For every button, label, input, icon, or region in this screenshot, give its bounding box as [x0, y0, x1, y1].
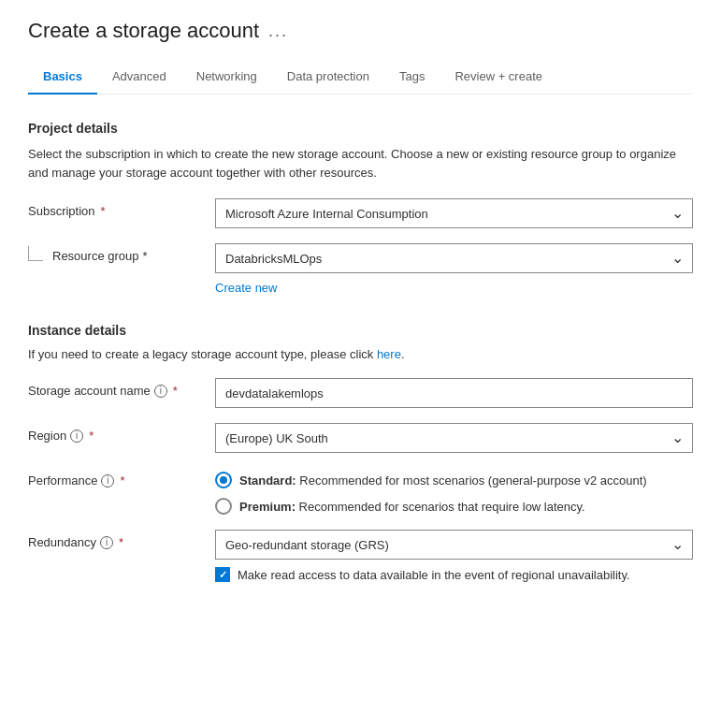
project-details-title: Project details — [28, 121, 693, 136]
storage-account-name-input-wrapper[interactable]: devdatalakemlops — [215, 378, 693, 408]
project-details-section: Project details Select the subscription … — [28, 121, 693, 295]
subscription-field-row: Subscription * Microsoft Azure Internal … — [28, 198, 693, 228]
project-details-description: Select the subscription in which to crea… — [28, 145, 693, 182]
performance-standard-label: Standard: Recommended for most scenarios… — [239, 473, 647, 488]
create-new-link[interactable]: Create new — [215, 281, 277, 295]
performance-field-row: Performance i * Standard: Recommended fo… — [28, 468, 693, 515]
resource-group-required: * — [143, 249, 148, 263]
region-label: Region i * — [28, 423, 215, 443]
legacy-text: If you need to create a legacy storage a… — [28, 347, 693, 361]
region-input[interactable]: (Europe) UK South — [215, 423, 693, 453]
subscription-label: Subscription * — [28, 198, 215, 218]
legacy-link[interactable]: here — [377, 347, 401, 361]
redundancy-input: Geo-redundant storage (GRS) Make read ac… — [215, 530, 693, 582]
performance-standard-option[interactable]: Standard: Recommended for most scenarios… — [215, 472, 693, 488]
resource-group-input[interactable]: DatabricksMLOps — [215, 243, 693, 273]
resource-group-field-row: Resource group * DatabricksMLOps — [28, 243, 693, 273]
instance-details-title: Instance details — [28, 323, 693, 338]
subscription-select-wrapper[interactable]: Microsoft Azure Internal Consumption — [215, 198, 693, 228]
redundancy-info-icon[interactable]: i — [100, 536, 113, 549]
instance-details-section: Instance details If you need to create a… — [28, 323, 693, 582]
tab-basics[interactable]: Basics — [28, 60, 97, 95]
resource-group-label: Resource group * — [28, 243, 215, 263]
performance-radio-group: Standard: Recommended for most scenarios… — [215, 468, 693, 515]
performance-premium-radio[interactable] — [215, 498, 232, 515]
read-access-label: Make read access to data available in th… — [238, 568, 630, 582]
redundancy-required: * — [119, 535, 123, 549]
storage-account-name-field-row: Storage account name i * devdatalakemlop… — [28, 378, 693, 408]
storage-account-required: * — [173, 384, 178, 398]
storage-account-name-input[interactable]: devdatalakemlops — [215, 378, 693, 408]
performance-premium-option[interactable]: Premium: Recommended for scenarios that … — [215, 498, 693, 515]
page-title: Create a storage account ... — [28, 19, 693, 43]
resource-group-select-wrapper[interactable]: DatabricksMLOps — [215, 243, 693, 273]
indent-line — [28, 246, 43, 261]
performance-info-icon[interactable]: i — [101, 474, 114, 488]
storage-account-name-label: Storage account name i * — [28, 378, 215, 398]
redundancy-select-wrapper[interactable]: Geo-redundant storage (GRS) — [215, 530, 693, 560]
region-select-wrapper[interactable]: (Europe) UK South — [215, 423, 693, 453]
tab-data-protection[interactable]: Data protection — [272, 60, 384, 95]
tab-advanced[interactable]: Advanced — [97, 60, 181, 95]
page-title-ellipsis: ... — [268, 22, 288, 41]
redundancy-select[interactable]: Geo-redundant storage (GRS) — [215, 530, 693, 560]
performance-label: Performance i * — [28, 468, 215, 488]
tab-networking[interactable]: Networking — [181, 60, 272, 95]
subscription-required: * — [101, 204, 106, 218]
page-title-text: Create a storage account — [28, 19, 259, 43]
storage-account-info-icon[interactable]: i — [154, 385, 167, 398]
read-access-checkbox[interactable] — [215, 567, 230, 582]
tab-tags[interactable]: Tags — [384, 60, 440, 95]
resource-group-select[interactable]: DatabricksMLOps — [215, 243, 693, 273]
region-info-icon[interactable]: i — [70, 430, 83, 443]
redundancy-label: Redundancy i * — [28, 530, 215, 549]
redundancy-checkbox-row: Make read access to data available in th… — [215, 567, 693, 582]
performance-options: Standard: Recommended for most scenarios… — [215, 468, 693, 515]
redundancy-field-row: Redundancy i * Geo-redundant storage (GR… — [28, 530, 693, 582]
performance-standard-radio[interactable] — [215, 472, 232, 488]
region-select[interactable]: (Europe) UK South — [215, 423, 693, 453]
performance-premium-label: Premium: Recommended for scenarios that … — [239, 500, 585, 514]
region-required: * — [89, 429, 94, 443]
region-field-row: Region i * (Europe) UK South — [28, 423, 693, 453]
performance-required: * — [120, 473, 124, 488]
subscription-select[interactable]: Microsoft Azure Internal Consumption — [215, 198, 693, 228]
tab-review-create[interactable]: Review + create — [440, 60, 557, 95]
subscription-input[interactable]: Microsoft Azure Internal Consumption — [215, 198, 693, 228]
tab-bar: Basics Advanced Networking Data protecti… — [28, 60, 693, 95]
